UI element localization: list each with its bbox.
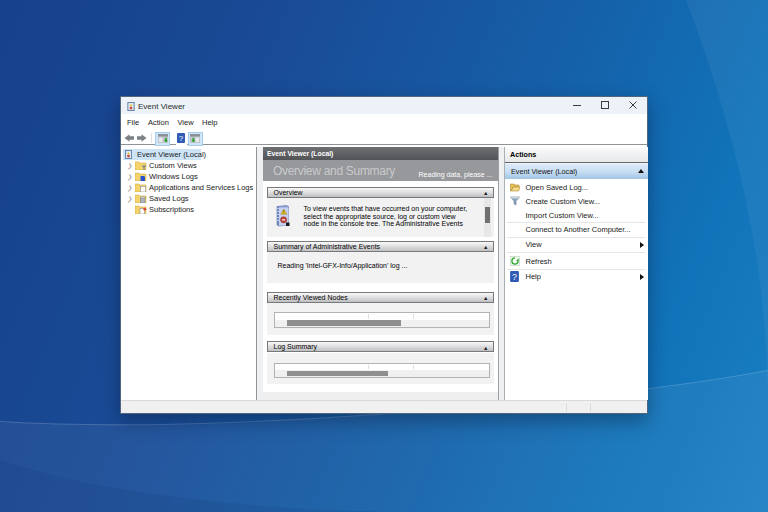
svg-text:?: ? — [179, 134, 184, 143]
svg-text:?: ? — [512, 271, 517, 281]
